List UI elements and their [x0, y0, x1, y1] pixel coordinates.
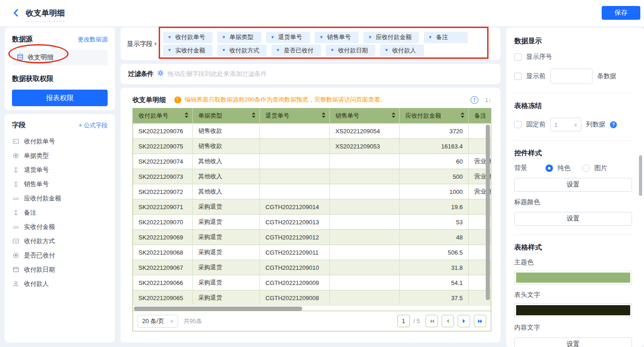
- field-item[interactable]: 销售单号: [12, 177, 108, 191]
- field-item[interactable]: 收付款方式: [12, 234, 108, 248]
- solid-color-label: 纯色: [558, 164, 570, 172]
- horizontal-scrollbar[interactable]: [134, 307, 302, 311]
- next-page-button[interactable]: [458, 315, 470, 327]
- table-cell: [260, 184, 330, 199]
- table-header-row: 收付款单号单据类型退货单号销售单号应收付款金额备注: [133, 108, 491, 123]
- save-button[interactable]: 保存: [602, 6, 640, 20]
- prev-page-button[interactable]: [442, 315, 454, 327]
- display-field-chip[interactable]: ▼收付款单号: [163, 32, 213, 43]
- help-icon[interactable]: ?: [610, 121, 617, 128]
- theme-color-swatch[interactable]: [514, 271, 632, 284]
- table-row: SK20221209069采购退货CGTH2022120901248: [133, 229, 491, 245]
- table-cell: 48: [400, 230, 469, 245]
- column-header-label: 销售单号: [335, 112, 359, 120]
- column-header[interactable]: 应收付款金额: [400, 108, 469, 123]
- table-cell: 500: [400, 169, 469, 184]
- solid-color-radio[interactable]: [546, 165, 553, 172]
- field-item-label: 收付款日期: [24, 266, 55, 274]
- back-icon[interactable]: [12, 9, 21, 18]
- column-header[interactable]: 单据类型: [193, 108, 260, 123]
- datasource-panel: 数据源 更改数据源 收支明细 数据获取权限 报表权限: [5, 28, 115, 110]
- table-cell: [330, 275, 400, 290]
- column-header[interactable]: 收付款单号: [133, 108, 193, 123]
- add-formula-field-link[interactable]: + 公式字段: [79, 121, 108, 130]
- display-field-chip[interactable]: ▼单据类型: [217, 32, 261, 43]
- table-cell: SK20221209075: [133, 139, 193, 154]
- field-item[interactable]: 退货单号: [12, 163, 108, 177]
- column-sort-icon[interactable]: [252, 112, 256, 119]
- header-text-swatch[interactable]: [514, 303, 632, 317]
- field-item[interactable]: 是否已收付: [12, 248, 108, 262]
- display-field-chip[interactable]: ▼收付款人: [380, 45, 424, 56]
- datasource-item[interactable]: 收支明细: [12, 50, 108, 65]
- first-page-button[interactable]: [426, 315, 438, 327]
- table-cell: [260, 139, 330, 154]
- display-field-chip[interactable]: ▼是否已收付: [271, 45, 321, 56]
- field-item[interactable]: 备注: [12, 205, 108, 220]
- freeze-suffix: 列数据: [586, 120, 605, 129]
- content-text-setting-button[interactable]: 设置: [514, 337, 632, 347]
- settings-panel-scrollbar[interactable]: [639, 155, 642, 196]
- table-panel: 收支单明细 ! 编辑界面只取数据源前200条作为查询数据预览，完整数据请访问页面…: [121, 88, 500, 342]
- background-setting-button[interactable]: 设置: [514, 178, 632, 192]
- table-cell: SK20221209074: [133, 154, 193, 169]
- title-color-setting-button[interactable]: 设置: [514, 212, 632, 226]
- column-header[interactable]: 备注: [469, 108, 491, 123]
- table-cell: SK20221209067: [133, 260, 193, 275]
- column-header-label: 退货单号: [265, 112, 289, 120]
- field-item[interactable]: 收付款单号: [12, 134, 108, 148]
- table-row: SK20221209066采购退货CGTH2022120900954.1: [133, 275, 491, 290]
- table-cell: 19.6: [400, 199, 469, 214]
- number-icon: 123: [12, 195, 19, 202]
- column-header[interactable]: 销售单号: [330, 108, 400, 123]
- chevron-down-icon: ▼: [319, 35, 323, 40]
- column-sort-icon[interactable]: [391, 112, 396, 119]
- field-item[interactable]: 收付款人: [12, 277, 108, 291]
- freeze-checkbox[interactable]: [514, 121, 522, 128]
- change-datasource-link[interactable]: 更改数据源: [78, 35, 108, 44]
- image-radio[interactable]: [582, 165, 590, 172]
- column-header[interactable]: 退货单号: [260, 108, 330, 123]
- display-field-chip[interactable]: ▼收付款日期: [326, 45, 375, 56]
- field-item[interactable]: 收付款日期: [12, 262, 108, 277]
- display-field-chip[interactable]: ▼备注: [424, 32, 468, 43]
- field-item[interactable]: 123实收付金额: [12, 220, 108, 234]
- display-field-chip[interactable]: ▼实收付金额: [163, 45, 213, 56]
- display-field-chip[interactable]: ▼销售单号: [315, 32, 359, 43]
- show-first-count-input[interactable]: [550, 68, 592, 84]
- show-first-checkbox[interactable]: [514, 73, 522, 80]
- table-cell: [330, 260, 400, 275]
- last-page-button[interactable]: [474, 315, 486, 327]
- display-field-chip[interactable]: ▼应收付款金额: [363, 32, 419, 43]
- freeze-count-select[interactable]: 1 ∨: [550, 118, 581, 131]
- table-cell: SK20221209072: [133, 184, 193, 199]
- show-index-checkbox[interactable]: [514, 53, 522, 61]
- sort-icon[interactable]: 1↓: [485, 97, 491, 103]
- field-item[interactable]: 123应收付款金额: [12, 191, 108, 205]
- column-sort-icon[interactable]: [460, 112, 465, 119]
- number-icon: 123: [12, 223, 19, 231]
- chip-label: 销售单号: [327, 33, 351, 41]
- table-cell: 采购退货: [193, 275, 260, 290]
- vertical-scrollbar[interactable]: [486, 125, 490, 300]
- report-permission-button[interactable]: 报表权限: [12, 90, 108, 106]
- add-display-field-button[interactable]: +: [153, 40, 157, 47]
- table-cell: [260, 169, 330, 184]
- chip-label: 应收付款金额: [376, 33, 412, 41]
- field-item[interactable]: 单据类型: [12, 148, 108, 163]
- page-number-input[interactable]: [397, 315, 410, 327]
- info-circle-icon[interactable]: !: [471, 96, 478, 104]
- display-field-chip[interactable]: ▼收付款方式: [217, 45, 267, 56]
- table-cell: CGTH20221209009: [260, 275, 330, 290]
- gear-icon[interactable]: [157, 70, 164, 78]
- page-size-select[interactable]: 20 条/页 ∨: [138, 315, 178, 328]
- table-cell: 采购退货: [193, 260, 260, 275]
- table-cell: 销售收款: [193, 124, 260, 138]
- display-field-chip[interactable]: ▼退货单号: [266, 32, 310, 43]
- filter-panel[interactable]: 过滤条件 拖动左侧字段到此处来添加过滤条件: [121, 64, 500, 84]
- column-sort-icon[interactable]: [184, 112, 189, 119]
- svg-text:123: 123: [13, 197, 19, 201]
- column-sort-icon[interactable]: [322, 112, 326, 119]
- column-header-label: 单据类型: [198, 112, 222, 120]
- field-item-label: 是否已收付: [24, 251, 55, 260]
